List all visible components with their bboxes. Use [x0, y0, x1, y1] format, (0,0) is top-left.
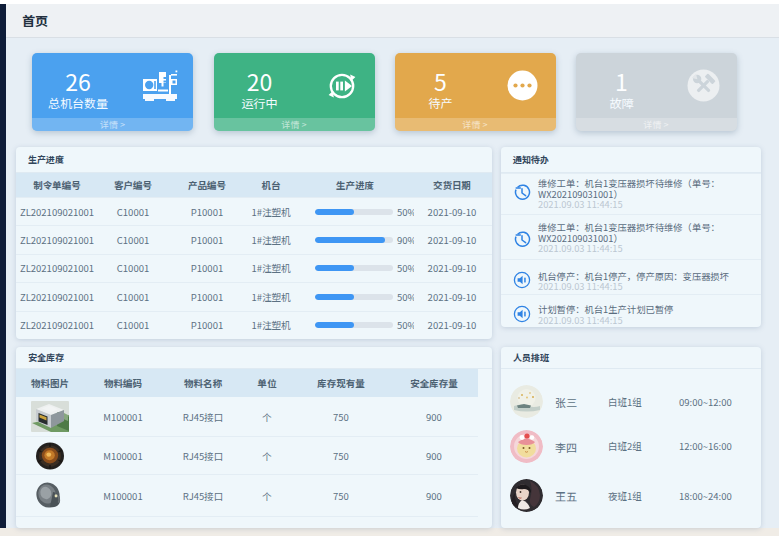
- stat-card-total-machines[interactable]: 26 总机台数量: [32, 53, 193, 131]
- cell-progress: 50%: [296, 205, 414, 219]
- cell-order-no: ZL202109021001: [16, 290, 98, 304]
- schedule-row[interactable]: 张三 白班1组 09:00~12:00: [501, 385, 761, 419]
- notice-text: 维修工单：机台1变压器损坏待维修（单号：WX202109031001）: [538, 222, 744, 243]
- schedule-row[interactable]: 李四 白班2组 12:00~16:00: [501, 430, 761, 464]
- stat-label: 待产: [395, 94, 487, 111]
- cell-order-no: ZL202109021001: [16, 261, 98, 275]
- panel-title: 人员排班: [501, 347, 761, 369]
- cell-customer-no: C10001: [98, 318, 168, 332]
- stat-detail-link[interactable]: 详情 >: [576, 118, 737, 131]
- cell-safety-qty: 900: [392, 449, 476, 463]
- window-bottom-edge: [0, 528, 779, 536]
- stat-text: 1 故障: [576, 68, 668, 111]
- column-header: 物料名称: [162, 376, 244, 390]
- table-row[interactable]: ZL202109021001 C10001 P10001 1#注塑机 50% 2…: [16, 254, 492, 282]
- table-header: 物料图片 物料编码 物料名称 单位 库存现有量 安全库存量: [16, 369, 478, 397]
- stat-value: 5: [395, 68, 487, 94]
- stat-card-running[interactable]: 20 运行中 详情 >: [214, 53, 375, 131]
- cell-machine: 1#注塑机: [246, 318, 296, 332]
- table-row[interactable]: M100001 RJ45接口 个 750 900: [16, 397, 478, 437]
- cell-progress: 50%: [296, 290, 414, 304]
- table-header: 制令单编号 客户编号 产品编号 机台 生产进度 交货日期: [16, 173, 492, 197]
- progress-label: 90%: [397, 233, 414, 247]
- stat-card-fault[interactable]: 1 故障: [576, 53, 737, 131]
- cell-material-code: M100001: [84, 489, 162, 503]
- cell-stock-qty: 750: [290, 489, 392, 503]
- cell-material-code: M100001: [84, 410, 162, 424]
- notice-body: 机台停产：机台1停产，停产原因：变压器损坏 2021.09.03 11:44:1…: [538, 271, 744, 293]
- progress-label: 50%: [397, 318, 414, 332]
- progress-track: [315, 322, 393, 328]
- column-header: 安全库存量: [392, 376, 476, 390]
- table-row[interactable]: M100001 RJ45接口 个 750 900: [16, 437, 478, 475]
- running-icon: [324, 69, 360, 103]
- stat-value: 20: [214, 68, 306, 94]
- cell-product-no: P10001: [168, 205, 246, 219]
- notice-body: 维修工单：机台1变压器损坏待维修（单号：WX202109031001） 2021…: [538, 222, 744, 255]
- panel-title: 生产进度: [16, 147, 492, 173]
- staff-shift: 白班2组: [608, 440, 642, 453]
- panel-title: 安全库存: [16, 347, 492, 369]
- table-row[interactable]: ZL202109021001 C10001 P10001 1#注塑机 50% 2…: [16, 282, 492, 310]
- stat-text: 20 运行中: [214, 68, 306, 111]
- column-header: 物料图片: [16, 376, 84, 390]
- progress-label: 50%: [397, 261, 414, 275]
- table-row[interactable]: ZL202109021001 C10001 P10001 1#注塑机 50% 2…: [16, 311, 492, 339]
- cell-delivery-date: 2021-09-10: [414, 290, 490, 304]
- cell-material-code: M100001: [84, 449, 162, 463]
- cell-machine: 1#注塑机: [246, 290, 296, 304]
- schedule-row[interactable]: 王五 夜班1组 18:00~24:00: [501, 479, 761, 513]
- table-row[interactable]: ZL202109021001 C10001 P10001 1#注塑机 50% 2…: [16, 197, 492, 225]
- progress-fill: [315, 265, 354, 271]
- stat-label: 运行中: [214, 94, 306, 111]
- stat-card-main: 20 运行中: [214, 53, 375, 118]
- stat-card-waiting[interactable]: 5 待产 详情 >: [395, 53, 556, 131]
- table-row[interactable]: M100001 RJ45接口 个 750 900: [16, 475, 478, 517]
- column-header: 单位: [244, 376, 290, 390]
- cell-delivery-date: 2021-09-10: [414, 318, 490, 332]
- cell-material-name: RJ45接口: [162, 449, 244, 463]
- notice-item[interactable]: 机台停产：机台1停产，停产原因：变压器损坏 2021.09.03 11:44:1…: [501, 259, 761, 295]
- cell-customer-no: C10001: [98, 290, 168, 304]
- column-header: 库存现有量: [290, 376, 392, 390]
- stat-card-main: 5 待产: [395, 53, 556, 118]
- tab-home[interactable]: 首页: [22, 4, 48, 38]
- cell-delivery-date: 2021-09-10: [414, 205, 490, 219]
- notice-item[interactable]: 计划暂停：机台1生产计划已暂停 2021.09.03 11:44:15: [501, 294, 761, 327]
- notice-item[interactable]: 维修工单：机台1变压器损坏待维修（单号：WX202109031001） 2021…: [501, 214, 761, 259]
- progress-track: [315, 237, 393, 243]
- cell-progress: 90%: [296, 233, 414, 247]
- progress-fill: [315, 322, 354, 328]
- progress-track: [315, 294, 393, 300]
- stat-card-main: 26 总机台数量: [32, 53, 193, 118]
- stat-detail-link[interactable]: 详情 >: [32, 118, 193, 131]
- progress-fill: [315, 237, 385, 243]
- dashboard-screen: 首页 26 总机台数量: [0, 0, 779, 536]
- stat-text: 5 待产: [395, 68, 487, 111]
- cell-machine: 1#注塑机: [246, 261, 296, 275]
- stat-detail-link[interactable]: 详情 >: [395, 118, 556, 131]
- cell-unit: 个: [244, 449, 290, 463]
- progress-track: [315, 265, 393, 271]
- cell-unit: 个: [244, 489, 290, 503]
- cell-safety-qty: 900: [392, 410, 476, 424]
- cell-stock-qty: 750: [290, 410, 392, 424]
- cell-safety-qty: 900: [392, 489, 476, 503]
- cell-delivery-date: 2021-09-10: [414, 261, 490, 275]
- notice-item[interactable]: 维修工单：机台1变压器损坏待维修（单号：WX202109031001） 2021…: [501, 173, 761, 214]
- cell-delivery-date: 2021-09-10: [414, 233, 490, 247]
- stat-detail-link[interactable]: 详情 >: [214, 118, 375, 131]
- column-header: 客户编号: [98, 178, 168, 192]
- panel-safety-stock: 安全库存 物料图片 物料编码 物料名称 单位 库存现有量 安全库存量 M1000…: [16, 347, 492, 528]
- notice-timestamp: 2021.09.03 11:44:15: [538, 243, 744, 255]
- panel-title: 通知待办: [501, 147, 761, 173]
- table-row[interactable]: ZL202109021001 C10001 P10001 1#注塑机 90% 2…: [16, 225, 492, 253]
- stat-value: 1: [576, 68, 668, 94]
- column-header: 机台: [246, 178, 296, 192]
- stat-value: 26: [32, 68, 124, 94]
- staff-name: 张三: [555, 395, 577, 409]
- avatar-wangwu: [510, 479, 543, 512]
- notice-timestamp: 2021.09.03 11:44:15: [538, 315, 744, 327]
- stat-label: 总机台数量: [32, 94, 124, 111]
- cell-customer-no: C10001: [98, 205, 168, 219]
